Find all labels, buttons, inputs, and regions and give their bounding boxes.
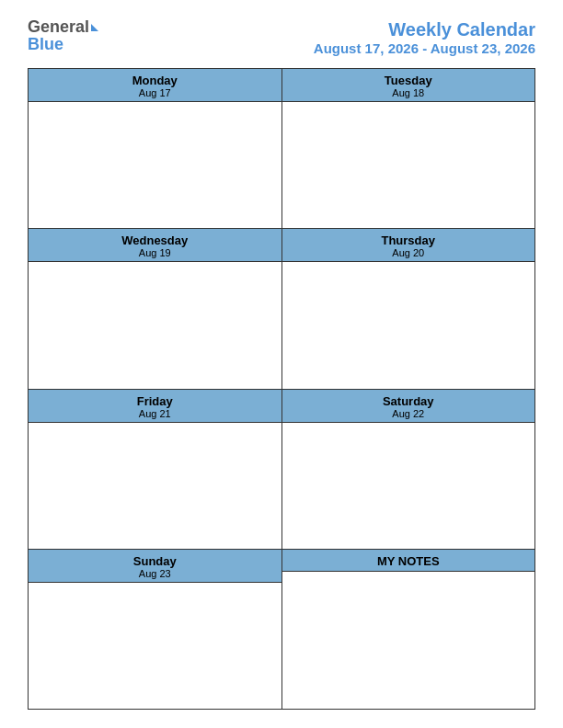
notes-header: MY NOTES [282,550,535,572]
cell-friday: Friday Aug 21 [29,390,282,549]
tuesday-date: Aug 18 [284,87,534,98]
saturday-label: Saturday [284,394,534,408]
friday-body [29,423,282,549]
wednesday-body [29,262,282,388]
cell-thursday-header: Thursday Aug 20 [282,229,535,262]
sunday-label: Sunday [30,554,280,568]
saturday-date: Aug 22 [284,408,534,419]
friday-label: Friday [30,394,280,408]
calendar-date-range: August 17, 2026 - August 23, 2026 [314,40,535,56]
calendar-row-3: Friday Aug 21 Saturday Aug 22 [29,390,534,550]
calendar-title: Weekly Calendar [314,19,535,40]
cell-wednesday-header: Wednesday Aug 19 [29,229,282,262]
friday-date: Aug 21 [30,408,280,419]
saturday-body [282,423,535,549]
calendar-row-4: Sunday Aug 23 MY NOTES [29,550,534,709]
monday-date: Aug 17 [30,87,280,98]
calendar-grid: Monday Aug 17 Tuesday Aug 18 Wednesday A… [28,68,535,710]
sunday-body [29,583,282,709]
cell-saturday-header: Saturday Aug 22 [282,390,535,423]
page: General Blue Weekly Calendar August 17, … [0,0,563,728]
header: General Blue Weekly Calendar August 17, … [28,18,535,57]
wednesday-date: Aug 19 [30,247,280,258]
cell-notes: MY NOTES [282,550,535,709]
cell-sunday-header: Sunday Aug 23 [29,550,282,583]
thursday-label: Thursday [284,233,534,247]
cell-tuesday-header: Tuesday Aug 18 [282,69,535,102]
cell-tuesday: Tuesday Aug 18 [282,69,535,228]
wednesday-label: Wednesday [30,233,280,247]
calendar-row-2: Wednesday Aug 19 Thursday Aug 20 [29,229,534,389]
monday-label: Monday [30,74,280,87]
tuesday-label: Tuesday [284,74,534,87]
notes-body [282,572,535,709]
thursday-body [282,262,535,388]
cell-wednesday: Wednesday Aug 19 [29,229,282,388]
notes-label: MY NOTES [377,554,440,568]
cell-friday-header: Friday Aug 21 [29,390,282,423]
monday-body [29,102,282,228]
header-title: Weekly Calendar August 17, 2026 - August… [314,19,535,56]
logo: General Blue [28,18,98,57]
cell-monday: Monday Aug 17 [29,69,282,228]
tuesday-body [282,102,535,228]
calendar-row-1: Monday Aug 17 Tuesday Aug 18 [29,69,534,229]
sunday-date: Aug 23 [30,568,280,579]
cell-sunday: Sunday Aug 23 [29,550,282,709]
cell-saturday: Saturday Aug 22 [282,390,535,549]
cell-thursday: Thursday Aug 20 [282,229,535,388]
thursday-date: Aug 20 [284,247,534,258]
cell-monday-header: Monday Aug 17 [29,69,282,102]
